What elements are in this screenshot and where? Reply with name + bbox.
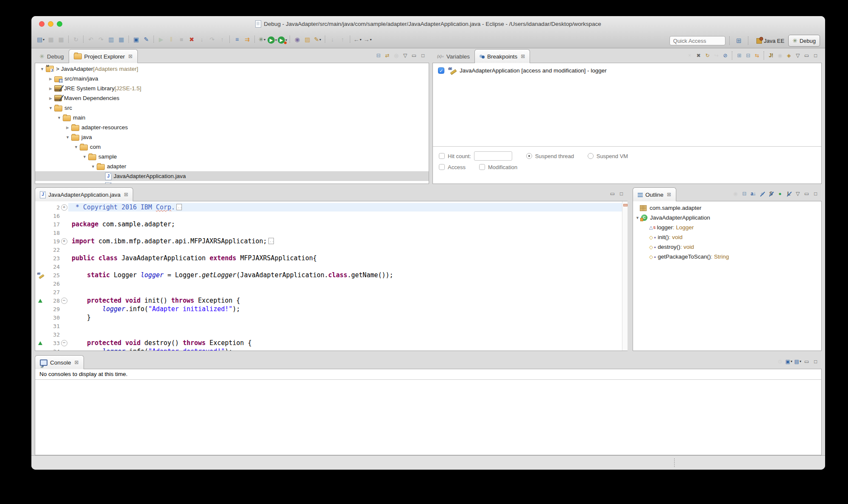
tree-expander-icon[interactable]: ▼ (89, 164, 97, 169)
folded-region-icon[interactable] (176, 204, 182, 210)
tree-item-java[interactable]: ▼java (35, 132, 429, 142)
trim-drag-handle[interactable] (674, 458, 675, 467)
tab-project-explorer[interactable]: Project Explorer ⊠ (69, 49, 138, 63)
tree-item-javaadapterapplication-java[interactable]: JJavaAdapterApplication.java (35, 171, 429, 181)
tree-item-com[interactable]: ▼com (35, 142, 429, 152)
skip-all-breakpoints-icon[interactable]: ⊘ (721, 51, 730, 60)
hide-non-public-members-icon[interactable]: ● (775, 189, 784, 198)
debug-icon[interactable]: ✳▾ (257, 34, 267, 45)
tree-item-javaadapterresources-java[interactable]: JJavaAdapterResources.java (35, 181, 429, 184)
fold-toggle-icon[interactable]: − (61, 298, 67, 304)
tab-breakpoints[interactable]: Breakpoints ⊠ (474, 49, 530, 63)
tab-editor-file[interactable]: J JavaAdapterApplication.java ⊠ (35, 187, 133, 201)
run-icon[interactable]: ▶▾ (267, 35, 277, 45)
open-console-view-icon[interactable]: ▣ (131, 34, 141, 45)
code-area[interactable]: * Copyright 2016 IBM Corp.package com.sa… (68, 201, 627, 351)
suspend-thread-radio[interactable] (526, 153, 532, 159)
breakpoint-entry[interactable]: ✓ JavaAdapterApplication [access and mod… (433, 63, 821, 74)
perspective-java-ee-button[interactable]: Java EE (753, 35, 788, 46)
back-icon[interactable]: ←▾ (352, 34, 363, 45)
show-execution-icon[interactable]: ≡ (232, 34, 242, 45)
close-tab-icon[interactable]: ⊠ (128, 53, 133, 59)
tab-variables[interactable]: (x)= Variables (432, 50, 474, 63)
collapse-all-icon[interactable]: ⊟ (744, 51, 753, 60)
perspective-debug-button[interactable]: ✳ Debug (788, 35, 820, 47)
tree-item-src[interactable]: ▼src (35, 103, 429, 113)
tab-debug-view[interactable]: ✳ Debug (35, 50, 69, 63)
minimize-icon[interactable]: ▭ (802, 189, 811, 198)
collapse-all-icon[interactable]: ⊟ (374, 51, 383, 60)
new-wizard-icon[interactable]: ▤▾ (36, 34, 46, 45)
link-with-debug-view-icon[interactable]: ⇆ (753, 51, 762, 60)
use-step-filters-icon[interactable]: ⇉ (242, 34, 252, 45)
terminate-icon[interactable]: ✖ (187, 34, 197, 45)
link-with-editor-icon[interactable]: ⇄ (383, 51, 392, 60)
tree-item-maven-dependencies[interactable]: ▶Maven Dependencies (35, 93, 429, 103)
remove-all-breakpoints-icon[interactable]: ✖ (694, 51, 703, 60)
hide-static-members-icon[interactable]: S (767, 189, 775, 198)
minimize-icon[interactable]: ▭ (410, 51, 418, 60)
maximize-icon[interactable]: □ (811, 357, 820, 366)
view-menu-icon[interactable]: ▽ (793, 189, 802, 198)
maximize-icon[interactable]: □ (811, 51, 820, 60)
tree-item-main[interactable]: ▼main (35, 113, 429, 123)
tree-expander-icon[interactable]: ▼ (47, 106, 54, 110)
search-icon[interactable]: ✎▾ (312, 34, 323, 45)
outline-item-logger[interactable]: △Slogger : Logger (633, 223, 821, 232)
hit-count-input[interactable] (474, 151, 512, 161)
new-java-project-icon[interactable]: ▥ (106, 34, 116, 45)
hide-fields-icon[interactable]: ○ (758, 189, 767, 198)
outline-item-init-[interactable]: ◇▲init() : void (633, 232, 821, 242)
forward-icon[interactable]: →▾ (363, 34, 373, 45)
tree-expander-icon[interactable]: ▼ (81, 155, 88, 159)
maximize-icon[interactable]: □ (418, 51, 427, 60)
tree-expander-icon[interactable]: ▶ (64, 125, 71, 130)
tree-item-adapter[interactable]: ▼adapter (35, 162, 429, 171)
outline-item-getpackagetoscan-[interactable]: ◇▲getPackageToScan() : String (633, 252, 821, 262)
expand-all-icon[interactable]: ⊞ (735, 51, 744, 60)
fold-toggle-icon[interactable]: + (61, 238, 67, 245)
hit-count-checkbox[interactable] (439, 153, 445, 159)
tree-item-sample[interactable]: ▼sample (35, 152, 429, 162)
toggle-mark-occurrences-icon[interactable]: ✎ (141, 34, 151, 45)
tree-expander-icon[interactable]: ▶ (47, 96, 54, 100)
close-tab-icon[interactable]: ⊠ (667, 192, 671, 198)
tree-item-src-main-java[interactable]: ▶src/main/java (35, 74, 429, 84)
minimize-icon[interactable]: ▭ (802, 357, 811, 366)
maximize-icon[interactable]: □ (617, 189, 626, 198)
fold-toggle-icon[interactable]: − (61, 340, 67, 346)
quick-access-input[interactable] (669, 36, 725, 45)
fold-toggle-icon[interactable]: + (61, 204, 67, 211)
access-checkbox[interactable] (439, 164, 445, 170)
outline-item-com-sample-adapter[interactable]: com.sample.adapter (633, 203, 821, 213)
outline-item-javaadapterapplication[interactable]: ▼CJavaAdapterApplication (633, 213, 821, 223)
annotation-marker[interactable] (623, 204, 628, 206)
tab-outline[interactable]: Outline ⊠ (633, 187, 676, 201)
tree-expander-icon[interactable]: ▶ (47, 86, 54, 91)
breakpoint-enabled-checkbox[interactable]: ✓ (438, 67, 444, 74)
tree-item-adapter-resources[interactable]: ▶adapter-resources (35, 123, 429, 132)
modification-checkbox[interactable] (479, 164, 485, 170)
view-menu-icon[interactable]: ▽ (793, 51, 802, 60)
tree-item-jre-system-library[interactable]: ▶JRE System Library [J2SE-1.5] (35, 84, 429, 93)
open-artifact-icon[interactable]: ◉ (292, 34, 302, 45)
tree-expander-icon[interactable]: ▼ (39, 67, 46, 71)
close-tab-icon[interactable]: ⊠ (75, 359, 79, 365)
add-java-exception-breakpoint-icon[interactable]: J! (767, 51, 775, 60)
tree-item--javaadapter[interactable]: ▼> JavaAdapter [Adapters master] (35, 64, 429, 74)
close-tab-icon[interactable]: ⊠ (521, 53, 525, 59)
tree-expander-icon[interactable]: ▼ (73, 145, 80, 149)
maximize-icon[interactable]: □ (811, 189, 820, 198)
view-menu-icon[interactable]: ▽ (401, 51, 410, 60)
outline-item-destroy-[interactable]: ◇▲destroy() : void (633, 242, 821, 252)
open-console-icon[interactable]: ▤▾ (793, 357, 802, 366)
tree-expander-icon[interactable]: ▼ (56, 116, 63, 120)
open-perspective-button[interactable]: ⊞ (734, 36, 744, 46)
tree-expander-icon[interactable]: ▶ (47, 77, 54, 81)
tab-console[interactable]: Console ⊠ (35, 355, 84, 369)
minimize-icon[interactable]: ▭ (802, 51, 811, 60)
overview-ruler[interactable] (622, 201, 628, 351)
new-java-class-icon[interactable]: ▦ (116, 34, 126, 45)
show-supported-breakpoints-icon[interactable]: ↻ (703, 51, 712, 60)
editor-gutter[interactable]: 2+16171819+22232425262728−2930313233−34 (35, 201, 68, 351)
